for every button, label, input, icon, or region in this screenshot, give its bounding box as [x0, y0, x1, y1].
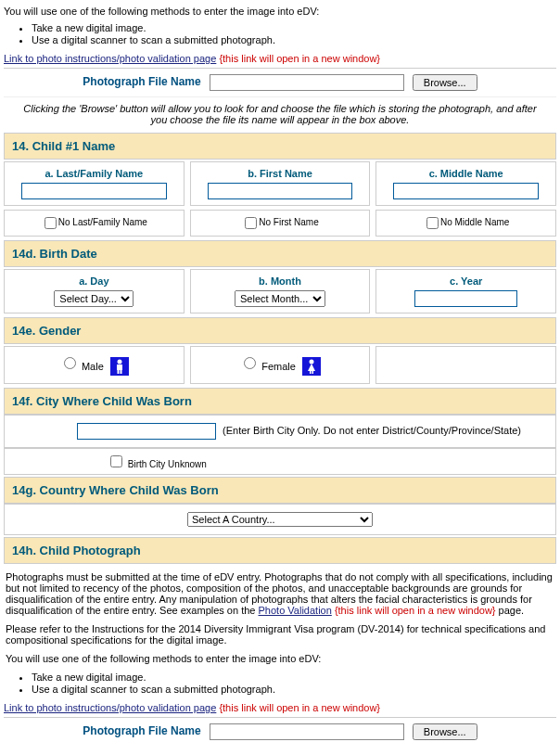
section-14d-header: 14d. Birth Date — [4, 240, 556, 267]
year-label: c. Year — [380, 275, 552, 287]
male-label: Male — [82, 361, 104, 372]
city-unknown-label: Birth City Unknown — [128, 459, 207, 469]
female-radio[interactable] — [244, 357, 256, 369]
svg-point-4 — [309, 360, 313, 365]
section-14f-header: 14f. City Where Child Was Born — [4, 388, 556, 415]
day-cell: a. Day Select Day... — [4, 269, 185, 313]
no-first-name-label: No First Name — [259, 217, 318, 227]
month-label: b. Month — [195, 275, 366, 287]
method-list: Take a new digital image. Use a digital … — [4, 22, 556, 45]
list-item: Use a digital scanner to scan a submitte… — [32, 34, 556, 45]
country-row: Select A Country... — [4, 504, 556, 535]
no-last-name-checkbox[interactable] — [45, 217, 57, 229]
photo-file-label: Photograph File Name — [83, 75, 200, 88]
day-label: a. Day — [8, 275, 180, 287]
new-window-note-3: {this link will open in a new window} — [219, 702, 380, 713]
middle-name-label: c. Middle Name — [380, 168, 552, 179]
last-name-cell: a. Last/Family Name — [4, 161, 185, 206]
intro-text: You will use one of the following method… — [4, 6, 556, 17]
svg-point-0 — [117, 360, 121, 365]
year-cell: c. Year — [375, 269, 556, 313]
svg-rect-2 — [117, 370, 119, 374]
photo-instructions-link-2[interactable]: Link to photo instructions/photo validat… — [4, 702, 216, 713]
last-name-input[interactable] — [21, 183, 167, 199]
svg-marker-5 — [308, 364, 315, 371]
list-item: Take a new digital image. — [32, 672, 556, 683]
first-name-input[interactable] — [208, 183, 353, 199]
photo-file-row-2: Photograph File Name Browse... — [4, 717, 556, 742]
photo-link-line-2: Link to photo instructions/photo validat… — [4, 702, 556, 713]
browse-help-text: Clicking the 'Browse' button will allow … — [4, 96, 556, 131]
month-cell: b. Month Select Month... — [190, 269, 371, 313]
list-item: Use a digital scanner to scan a submitte… — [32, 684, 556, 695]
photo-validation-link[interactable]: Photo Validation — [259, 605, 332, 616]
empty-cell — [375, 346, 556, 384]
day-select[interactable]: Select Day... — [54, 290, 134, 307]
middle-name-input[interactable] — [393, 183, 539, 199]
method-list-2: Take a new digital image. Use a digital … — [4, 672, 556, 695]
birth-city-row: (Enter Birth City Only. Do not enter Dis… — [4, 415, 556, 448]
section-14g-header: 14g. Country Where Child Was Born — [4, 477, 556, 504]
no-first-name-checkbox[interactable] — [245, 217, 257, 229]
first-name-label: b. First Name — [195, 168, 366, 179]
year-input[interactable] — [414, 290, 517, 307]
no-middle-name-label: No Middle Name — [440, 217, 509, 227]
birth-city-input[interactable] — [77, 423, 216, 440]
male-radio[interactable] — [64, 357, 76, 369]
male-icon — [110, 357, 129, 376]
dv-instructions-paragraph: Please refer to the Instructions for the… — [6, 623, 554, 646]
female-label: Female — [261, 361, 296, 372]
section-14-header: 14. Child #1 Name — [4, 133, 556, 160]
svg-rect-3 — [120, 370, 121, 374]
photo-spec-paragraph: Photographs must be submitted at the tim… — [6, 571, 554, 616]
photo-file-label-2: Photograph File Name — [83, 724, 200, 737]
no-middle-name-checkbox[interactable] — [426, 217, 439, 229]
browse-button[interactable]: Browse... — [413, 74, 477, 91]
svg-rect-1 — [117, 365, 122, 370]
photo-link-line: Link to photo instructions/photo validat… — [4, 53, 556, 64]
methods-intro-2: You will use one of the following method… — [6, 653, 554, 664]
photo-file-input-2[interactable] — [210, 723, 404, 740]
middle-name-cell: c. Middle Name — [375, 161, 556, 206]
first-name-cell: b. First Name — [190, 161, 371, 206]
photo-file-row: Photograph File Name Browse... — [4, 68, 556, 96]
browse-button-2[interactable]: Browse... — [413, 723, 477, 740]
list-item: Take a new digital image. — [32, 22, 556, 33]
svg-rect-6 — [310, 370, 312, 374]
photo-file-input[interactable] — [210, 74, 404, 91]
new-window-note-2: {this link will open in a new window} — [335, 605, 496, 616]
female-icon — [302, 357, 321, 376]
section-14e-header: 14e. Gender — [4, 317, 556, 344]
last-name-label: a. Last/Family Name — [8, 168, 180, 179]
city-unknown-checkbox[interactable] — [110, 455, 122, 467]
new-window-note: {this link will open in a new window} — [219, 53, 380, 64]
country-select[interactable]: Select A Country... — [187, 512, 373, 527]
birth-city-help: (Enter Birth City Only. Do not enter Dis… — [223, 425, 521, 436]
svg-rect-7 — [312, 370, 313, 374]
photo-instructions-link[interactable]: Link to photo instructions/photo validat… — [4, 53, 216, 64]
month-select[interactable]: Select Month... — [235, 290, 325, 307]
no-last-name-label: No Last/Family Name — [58, 217, 147, 227]
section-14h-header: 14h. Child Photograph — [4, 537, 556, 564]
